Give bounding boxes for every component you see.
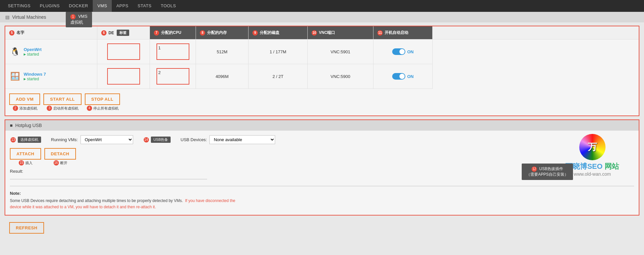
col-name-badge: 5	[9, 30, 14, 36]
hotplug-selects-row: 13 选择虚拟机 Running VMs: OpenWrt 14 USB热备 U…	[10, 135, 634, 144]
vm-row-2-cpu: 2	[150, 64, 196, 89]
select-vm-group: 13 选择虚拟机	[10, 137, 41, 143]
watermark-sitename: 万晓博SEO 网站	[565, 162, 619, 171]
vm-row-1-cpu: 1	[150, 39, 196, 64]
watermark: 万 万晓博SEO 网站 www.old-wan.com	[565, 134, 619, 177]
vm-row-1-name[interactable]: 🐧 OpenWrt started	[5, 39, 97, 64]
vm-row-1-disk: 1 / 177M	[249, 39, 308, 64]
vm-row-2-memory: 4096M	[196, 64, 249, 89]
detach-button[interactable]: DETACH	[44, 148, 76, 160]
hotplug-title: Hotplug USB	[15, 123, 42, 128]
stop-all-button[interactable]: STOP ALL	[85, 93, 120, 105]
col-memory-badge: 8	[200, 30, 205, 36]
col-disk-label: 分配的磁盘	[260, 30, 279, 36]
vm-row-1-label-box	[107, 43, 140, 60]
vm-row-2-os-icon: 🪟	[9, 70, 21, 82]
add-vm-button[interactable]: ADD VM	[9, 93, 40, 105]
vm-row-2-vnc: VNC:5900	[308, 64, 373, 89]
col-autostart-label: 开机自动启动	[385, 30, 408, 36]
page-title: Virtual Machines	[12, 14, 46, 20]
start-all-badge: 3	[47, 106, 52, 111]
nav-plugins[interactable]: PLUGINS	[35, 0, 64, 12]
col-vnc: 10 VNC端口	[308, 26, 373, 39]
add-vm-badge: 2	[13, 106, 18, 111]
vms-tooltip-line2: 虚拟机	[70, 20, 83, 25]
select-vm-badge: 13	[11, 137, 16, 142]
running-vms-select[interactable]: OpenWrt	[81, 135, 133, 144]
usb-hot-badge: 14	[144, 137, 149, 142]
vm-row-2-name[interactable]: 🪟 Windows 7 started	[5, 64, 97, 89]
attach-cn: 插入	[25, 161, 33, 166]
select-vm-label: 选择虚拟机	[18, 137, 41, 143]
detach-badge: 16	[54, 160, 59, 166]
vm-section: 5 名字 6 DE 标签 7 分配的CPU 8 分配的内存 9 分配的磁盘 10	[5, 26, 639, 116]
vm-row-1-cpu-box: 1	[156, 43, 189, 60]
usb-plugin-badge: 12	[532, 166, 537, 172]
vms-badge: 1	[70, 14, 76, 19]
usb-hot-label: USB热备	[151, 137, 171, 143]
vm-row-1: 🐧 OpenWrt started 1 512M 1 / 177M VNC:59…	[5, 39, 639, 64]
vm-row-1-vm-name[interactable]: OpenWrt	[24, 47, 42, 52]
vm-row-2-toggle-track[interactable]	[392, 73, 405, 80]
hotplug-body: 13 选择虚拟机 Running VMs: OpenWrt 14 USB热备 U…	[5, 131, 639, 215]
col-labels-label: DE	[108, 31, 114, 35]
col-cpu-label: 分配的CPU	[161, 30, 181, 36]
col-autostart: 11 开机自动启动	[373, 26, 433, 39]
vm-row-1-autostart[interactable]: ON	[373, 39, 433, 64]
vm-row-2-status: started	[24, 77, 46, 81]
col-vnc-badge: 10	[312, 30, 317, 36]
attach-button[interactable]: ATTACH	[10, 148, 41, 160]
col-name: 5 名字	[5, 26, 97, 39]
note-text: Some USB Devices require detaching and a…	[10, 198, 240, 210]
nav-settings[interactable]: SETTINGS	[3, 0, 35, 12]
vm-row-2-labels	[97, 64, 150, 89]
vm-row-2-toggle[interactable]: ON	[392, 73, 414, 80]
col-labels: 6 DE 标签	[97, 26, 150, 39]
hotplug-icon: ■	[10, 123, 12, 128]
note-title: Note:	[10, 191, 634, 196]
vm-row-2-disk: 2 / 2T	[249, 64, 308, 89]
refresh-button[interactable]: REFRESH	[9, 222, 44, 234]
nav-tools[interactable]: TOOLS	[156, 0, 180, 12]
vm-row-2-autostart[interactable]: ON	[373, 64, 433, 89]
vm-row-1-toggle-track[interactable]	[392, 48, 405, 55]
attach-badge: 15	[19, 160, 24, 166]
vm-row-1-cpu-value: 1	[158, 45, 161, 50]
usb-plugin-note: 12 USB热拔插件 （需要APPS自己安装）	[522, 164, 573, 180]
vm-row-2-toggle-thumb	[399, 74, 405, 79]
usb-hot-group: 14 USB热备	[143, 137, 171, 143]
col-disk: 9 分配的磁盘	[249, 26, 308, 39]
vm-row-2-cpu-value: 2	[158, 70, 161, 75]
col-memory: 8 分配的内存	[196, 26, 249, 39]
running-vms-label: Running VMs:	[51, 137, 78, 142]
col-memory-label: 分配的内存	[207, 30, 227, 36]
col-autostart-badge: 11	[377, 30, 383, 36]
stop-all-badge: 4	[87, 106, 92, 111]
watermark-url: www.old-wan.com	[565, 171, 619, 177]
col-cpu: 7 分配的CPU	[150, 26, 196, 39]
vm-row-2-info: Windows 7 started	[24, 72, 46, 81]
start-all-cn: 启动所有虚拟机	[53, 106, 79, 111]
start-all-button[interactable]: START ALL	[43, 93, 81, 105]
vm-row-1-toggle[interactable]: ON	[392, 48, 414, 55]
nav-vms[interactable]: VMS	[93, 0, 112, 12]
nav-stats[interactable]: STATS	[133, 0, 156, 12]
vms-tooltip-line1: VMS	[78, 14, 87, 19]
col-disk-badge: 9	[252, 30, 258, 36]
vm-row-2-autostart-label: ON	[407, 74, 414, 79]
detach-cn: 断开	[60, 161, 67, 166]
vm-row-1-autostart-label: ON	[407, 49, 414, 54]
nav-apps[interactable]: APPS	[112, 0, 133, 12]
col-vnc-label: VNC端口	[319, 30, 335, 36]
add-vm-cn: 添加虚拟机	[19, 106, 37, 111]
vm-table-header: 5 名字 6 DE 标签 7 分配的CPU 8 分配的内存 9 分配的磁盘 10	[5, 26, 639, 39]
action-buttons: ADD VM 2 添加虚拟机 START ALL 3 启动所有虚拟机 STOP …	[5, 89, 639, 115]
vm-row-2-vm-name[interactable]: Windows 7	[24, 72, 46, 77]
col-labels-badge: 6	[101, 30, 107, 36]
vms-tooltip: 1 VMS 虚拟机	[66, 12, 92, 27]
section-header: ▤ Virtual Machines	[0, 12, 644, 22]
note-highlighted: If you have disconnected the device whil…	[10, 198, 235, 209]
nav-docker[interactable]: DOCKER	[64, 0, 93, 12]
usb-devices-select[interactable]: None available	[209, 135, 275, 144]
usb-plugin-line2: （需要APPS自己安装）	[526, 172, 568, 177]
